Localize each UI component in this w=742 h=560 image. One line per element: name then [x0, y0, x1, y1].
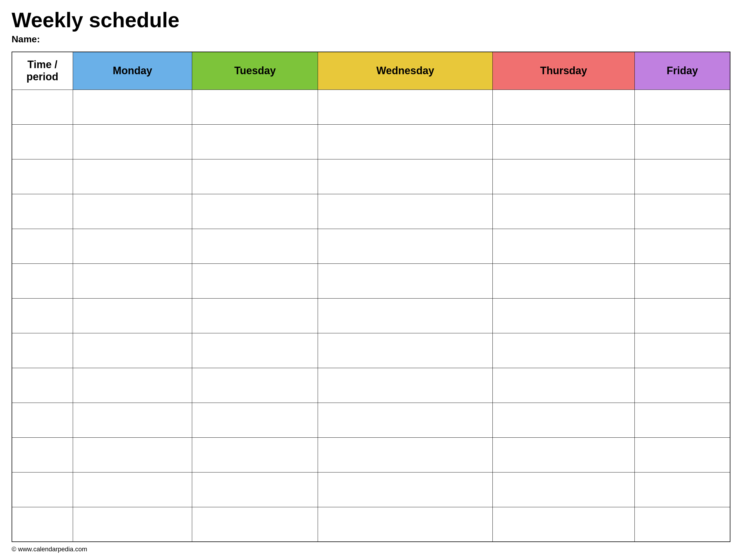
schedule-cell[interactable] [492, 229, 634, 263]
table-row [12, 229, 730, 263]
header-tuesday: Tuesday [192, 52, 318, 90]
schedule-cell[interactable] [492, 124, 634, 159]
schedule-cell[interactable] [492, 90, 634, 124]
table-row [12, 298, 730, 333]
schedule-cell[interactable] [318, 403, 492, 438]
schedule-cell[interactable] [318, 263, 492, 298]
schedule-cell[interactable] [635, 472, 730, 507]
schedule-cell[interactable] [73, 368, 192, 403]
schedule-cell[interactable] [635, 507, 730, 542]
schedule-cell[interactable] [73, 263, 192, 298]
schedule-cell[interactable] [192, 333, 318, 368]
schedule-cell[interactable] [635, 438, 730, 472]
schedule-cell[interactable] [73, 90, 192, 124]
time-cell[interactable] [12, 298, 73, 333]
schedule-cell[interactable] [318, 368, 492, 403]
schedule-cell[interactable] [635, 263, 730, 298]
table-row [12, 159, 730, 194]
time-cell[interactable] [12, 438, 73, 472]
schedule-cell[interactable] [635, 403, 730, 438]
header-thursday: Thursday [492, 52, 634, 90]
schedule-cell[interactable] [73, 472, 192, 507]
page-title: Weekly schedule [12, 9, 730, 32]
schedule-cell[interactable] [318, 229, 492, 263]
schedule-cell[interactable] [73, 298, 192, 333]
schedule-body [12, 90, 730, 542]
schedule-cell[interactable] [73, 507, 192, 542]
schedule-cell[interactable] [635, 229, 730, 263]
schedule-cell[interactable] [492, 159, 634, 194]
schedule-cell[interactable] [492, 507, 634, 542]
header-wednesday: Wednesday [318, 52, 492, 90]
schedule-cell[interactable] [635, 194, 730, 229]
time-cell[interactable] [12, 472, 73, 507]
schedule-cell[interactable] [73, 229, 192, 263]
schedule-cell[interactable] [635, 368, 730, 403]
time-cell[interactable] [12, 90, 73, 124]
schedule-cell[interactable] [192, 124, 318, 159]
schedule-cell[interactable] [492, 263, 634, 298]
schedule-cell[interactable] [318, 159, 492, 194]
time-cell[interactable] [12, 263, 73, 298]
time-cell[interactable] [12, 124, 73, 159]
time-cell[interactable] [12, 229, 73, 263]
schedule-cell[interactable] [492, 333, 634, 368]
schedule-cell[interactable] [318, 438, 492, 472]
time-cell[interactable] [12, 333, 73, 368]
table-row [12, 438, 730, 472]
header-time: Time / period [12, 52, 73, 90]
table-row [12, 507, 730, 542]
schedule-cell[interactable] [318, 298, 492, 333]
schedule-cell[interactable] [318, 507, 492, 542]
schedule-cell[interactable] [73, 403, 192, 438]
schedule-cell[interactable] [73, 333, 192, 368]
table-row [12, 124, 730, 159]
header-friday: Friday [635, 52, 730, 90]
header-row: Time / period Monday Tuesday Wednesday T… [12, 52, 730, 90]
time-cell[interactable] [12, 368, 73, 403]
schedule-cell[interactable] [192, 90, 318, 124]
schedule-cell[interactable] [73, 438, 192, 472]
time-cell[interactable] [12, 403, 73, 438]
schedule-cell[interactable] [492, 403, 634, 438]
schedule-cell[interactable] [318, 194, 492, 229]
schedule-cell[interactable] [318, 124, 492, 159]
schedule-cell[interactable] [73, 194, 192, 229]
table-row [12, 333, 730, 368]
time-cell[interactable] [12, 159, 73, 194]
table-row [12, 403, 730, 438]
schedule-cell[interactable] [318, 333, 492, 368]
table-row [12, 90, 730, 124]
schedule-cell[interactable] [492, 194, 634, 229]
table-row [12, 263, 730, 298]
schedule-cell[interactable] [73, 124, 192, 159]
header-monday: Monday [73, 52, 192, 90]
schedule-cell[interactable] [192, 438, 318, 472]
table-row [12, 472, 730, 507]
schedule-cell[interactable] [192, 403, 318, 438]
schedule-cell[interactable] [492, 368, 634, 403]
schedule-cell[interactable] [192, 263, 318, 298]
time-cell[interactable] [12, 507, 73, 542]
schedule-cell[interactable] [192, 159, 318, 194]
schedule-cell[interactable] [635, 159, 730, 194]
schedule-cell[interactable] [492, 298, 634, 333]
schedule-cell[interactable] [192, 194, 318, 229]
schedule-cell[interactable] [192, 507, 318, 542]
footer: © www.calendarpedia.com [12, 546, 730, 553]
schedule-cell[interactable] [635, 333, 730, 368]
schedule-cell[interactable] [73, 159, 192, 194]
schedule-cell[interactable] [192, 472, 318, 507]
schedule-cell[interactable] [492, 472, 634, 507]
schedule-cell[interactable] [192, 368, 318, 403]
schedule-cell[interactable] [318, 90, 492, 124]
schedule-cell[interactable] [635, 124, 730, 159]
schedule-cell[interactable] [192, 298, 318, 333]
schedule-cell[interactable] [318, 472, 492, 507]
time-cell[interactable] [12, 194, 73, 229]
schedule-cell[interactable] [635, 298, 730, 333]
schedule-cell[interactable] [492, 438, 634, 472]
table-row [12, 368, 730, 403]
schedule-cell[interactable] [635, 90, 730, 124]
schedule-cell[interactable] [192, 229, 318, 263]
